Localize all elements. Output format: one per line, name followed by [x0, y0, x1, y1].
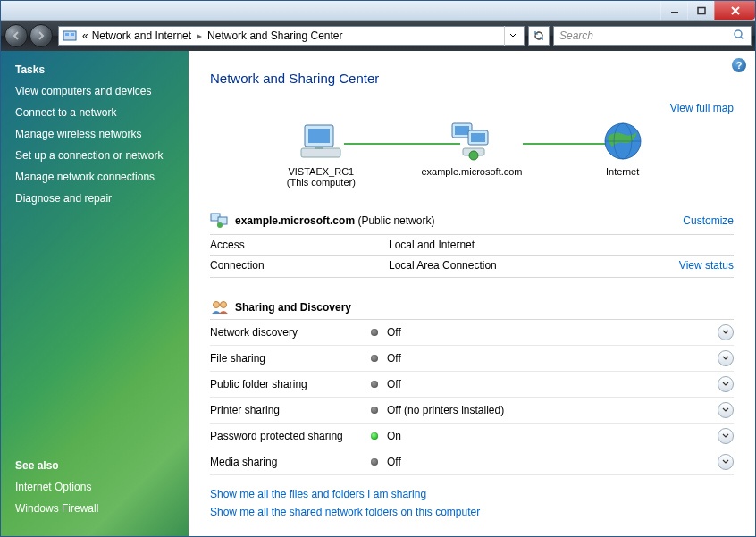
svg-point-25 — [217, 222, 223, 228]
expand-button[interactable] — [718, 350, 734, 366]
sharing-row: File sharingOff — [210, 346, 734, 372]
bottom-links: Show me all the files and folders I am s… — [210, 488, 734, 518]
breadcrumb-separator: ▸ — [193, 29, 206, 42]
seealso-internet-options[interactable]: Internet Options — [15, 481, 174, 493]
tasks-heading: Tasks — [15, 63, 174, 76]
computer-icon — [296, 120, 346, 163]
task-manage-connections[interactable]: Manage network connections — [15, 171, 174, 183]
network-map: VISTAEX_RC1 (This computer) example.micr… — [210, 120, 734, 204]
task-connect-network[interactable]: Connect to a network — [15, 106, 174, 119]
forward-button[interactable] — [29, 24, 53, 47]
svg-rect-6 — [71, 33, 74, 36]
svg-point-26 — [214, 302, 220, 308]
minimize-button[interactable] — [660, 1, 687, 20]
connection-header: example.microsoft.com (Public network) C… — [210, 209, 734, 232]
status-led-icon — [371, 407, 378, 414]
svg-rect-16 — [471, 133, 485, 142]
globe-icon — [598, 120, 648, 163]
status-led-icon — [371, 329, 378, 336]
svg-rect-12 — [315, 147, 323, 149]
sharing-row-label: Printer sharing — [210, 404, 371, 416]
status-led-icon — [371, 458, 378, 466]
task-diagnose-repair[interactable]: Diagnose and repair — [15, 192, 174, 205]
sharing-row-status-text: Off — [387, 326, 401, 339]
node-this-computer[interactable]: VISTAEX_RC1 (This computer) — [258, 120, 383, 188]
users-icon — [210, 299, 230, 315]
svg-rect-10 — [308, 129, 330, 143]
customize-link[interactable]: Customize — [683, 214, 734, 227]
view-full-map-link[interactable]: View full map — [670, 102, 734, 114]
sharing-title: Sharing and Discovery — [235, 301, 351, 314]
seealso-windows-firewall[interactable]: Windows Firewall — [15, 502, 174, 515]
svg-point-27 — [221, 302, 227, 308]
svg-line-8 — [741, 37, 743, 39]
status-led-icon — [371, 355, 378, 362]
refresh-button[interactable] — [528, 26, 550, 46]
expand-button[interactable] — [718, 324, 734, 340]
connection-network-type: (Public network) — [357, 214, 434, 227]
network-small-icon — [210, 213, 230, 229]
sharing-row-label: Public folder sharing — [210, 378, 371, 390]
sharing-section: Sharing and Discovery Network discoveryO… — [210, 299, 734, 475]
svg-point-7 — [735, 30, 742, 38]
close-button[interactable] — [714, 1, 755, 20]
expand-button[interactable] — [718, 402, 734, 418]
sharing-row: Network discoveryOff — [210, 320, 734, 346]
breadcrumb-item-2[interactable]: Network and Sharing Center — [206, 29, 344, 42]
main-content: ? Network and Sharing Center View full m… — [189, 51, 755, 536]
expand-button[interactable] — [718, 454, 734, 470]
node-computer-name: VISTAEX_RC1 — [288, 166, 354, 177]
sharing-row-status-text: Off — [387, 352, 401, 365]
page-title: Network and Sharing Center — [210, 71, 734, 86]
sidebar: Tasks View computers and devices Connect… — [1, 51, 189, 536]
back-button[interactable] — [4, 24, 28, 47]
sharing-row-status-text: On — [387, 430, 401, 442]
task-view-computers[interactable]: View computers and devices — [15, 85, 174, 97]
connection-table: Access Local and Internet Connection Loc… — [210, 234, 734, 278]
sharing-row: Public folder sharingOff — [210, 372, 734, 398]
window: « Network and Internet ▸ Network and Sha… — [0, 0, 756, 537]
sharing-row-status: Off (no printers installed) — [371, 404, 718, 416]
sharing-row: Password protected sharingOn — [210, 424, 734, 449]
conn-row-link — [644, 235, 734, 256]
breadcrumb-chevrons[interactable]: « — [80, 29, 90, 42]
node-network[interactable]: example.microsoft.com — [409, 120, 534, 177]
search-placeholder: Search — [559, 29, 593, 42]
maximize-button[interactable] — [687, 1, 714, 20]
task-setup-connection[interactable]: Set up a connection or network — [15, 149, 174, 162]
conn-row-value: Local Area Connection — [389, 256, 644, 278]
search-icon — [733, 29, 745, 44]
show-folders-link[interactable]: Show me all the shared network folders o… — [210, 506, 734, 518]
sharing-row-status: Off — [371, 352, 718, 365]
status-led-icon — [371, 432, 378, 440]
search-input[interactable]: Search — [553, 26, 752, 46]
body: Tasks View computers and devices Connect… — [1, 51, 755, 536]
sharing-row-status: Off — [371, 326, 718, 339]
svg-rect-1 — [698, 7, 705, 13]
connection-network-name: example.microsoft.com — [235, 214, 355, 227]
sharing-row-label: Media sharing — [210, 456, 371, 468]
node-computer-sub: (This computer) — [287, 177, 356, 188]
node-internet[interactable]: Internet — [560, 120, 685, 177]
sharing-row-status-text: Off — [387, 378, 401, 390]
breadcrumb-item-1[interactable]: Network and Internet — [90, 29, 193, 42]
node-internet-label: Internet — [606, 166, 639, 177]
conn-row-label: Connection — [210, 256, 389, 278]
sharing-row-label: File sharing — [210, 352, 371, 365]
address-dropdown[interactable] — [504, 26, 520, 46]
sharing-row-status: Off — [371, 456, 718, 468]
sharing-row: Printer sharingOff (no printers installe… — [210, 398, 734, 424]
view-status-link[interactable]: View status — [679, 259, 734, 272]
seealso-heading: See also — [15, 459, 174, 472]
task-manage-wireless[interactable]: Manage wireless networks — [15, 128, 174, 140]
sharing-row-status: Off — [371, 378, 718, 390]
show-files-link[interactable]: Show me all the files and folders I am s… — [210, 488, 734, 500]
node-network-name: example.microsoft.com — [421, 166, 522, 177]
svg-point-18 — [469, 151, 478, 160]
network-icon — [447, 120, 497, 163]
help-icon[interactable]: ? — [732, 58, 746, 72]
expand-button[interactable] — [718, 376, 734, 392]
expand-button[interactable] — [718, 428, 734, 444]
svg-rect-14 — [455, 126, 469, 135]
address-bar[interactable]: « Network and Internet ▸ Network and Sha… — [58, 26, 525, 46]
